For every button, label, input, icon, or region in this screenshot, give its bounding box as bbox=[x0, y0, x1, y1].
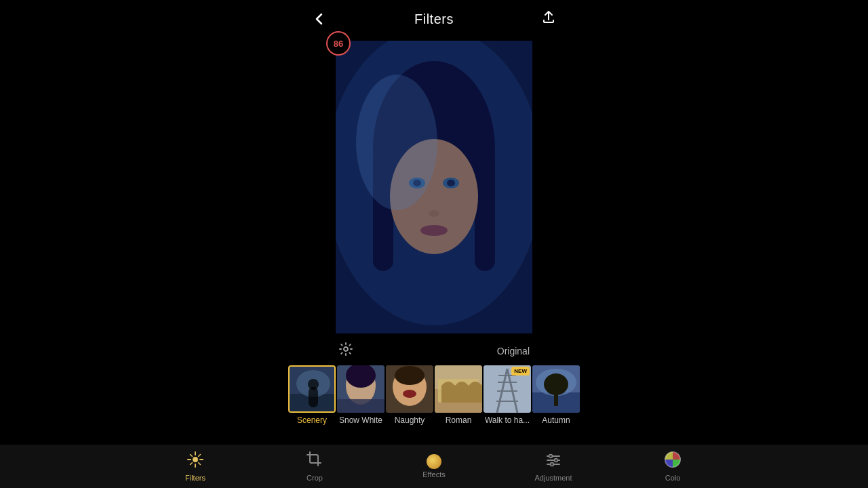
controls-bar: Original bbox=[336, 336, 532, 365]
svg-line-49 bbox=[191, 455, 193, 457]
new-badge: NEW bbox=[511, 367, 530, 375]
filter-item-scenery[interactable]: Scenery bbox=[288, 365, 336, 425]
bottom-nav: Filters Crop Effects bbox=[0, 445, 868, 488]
svg-point-57 bbox=[555, 459, 558, 462]
main-area: 86 bbox=[288, 38, 580, 488]
photo-background bbox=[336, 41, 532, 333]
nav-item-filters[interactable]: Filters bbox=[175, 451, 216, 482]
filter-thumb-roman bbox=[435, 365, 482, 413]
svg-point-27 bbox=[403, 390, 416, 398]
svg-point-26 bbox=[395, 366, 425, 385]
nav-label-effects: Effects bbox=[422, 470, 445, 479]
svg-rect-23 bbox=[337, 399, 384, 413]
svg-point-14 bbox=[344, 347, 348, 351]
svg-rect-18 bbox=[309, 387, 318, 407]
nav-item-adjustment[interactable]: Adjustment bbox=[533, 451, 574, 482]
svg-point-13 bbox=[356, 75, 437, 210]
svg-point-44 bbox=[193, 457, 198, 462]
svg-point-58 bbox=[551, 463, 554, 466]
filter-label-autumn: Autumn bbox=[542, 415, 570, 425]
filter-item-roman[interactable]: Roman bbox=[435, 365, 482, 425]
filter-label-roman: Roman bbox=[446, 415, 472, 425]
svg-rect-12 bbox=[336, 41, 532, 333]
svg-line-50 bbox=[199, 463, 201, 465]
back-button[interactable] bbox=[312, 12, 327, 26]
nav-label-color: Colo bbox=[665, 474, 681, 482]
filter-strength-badge[interactable]: 86 bbox=[326, 31, 351, 56]
svg-point-43 bbox=[544, 373, 568, 395]
svg-point-19 bbox=[308, 379, 319, 390]
photo-preview bbox=[336, 41, 532, 333]
nav-item-color[interactable]: Colo bbox=[652, 451, 693, 482]
effects-icon bbox=[427, 454, 441, 469]
header: Filters bbox=[0, 0, 868, 38]
svg-line-51 bbox=[199, 455, 201, 457]
filter-label-naughty: Naughty bbox=[395, 415, 425, 425]
filter-label-scenery: Scenery bbox=[297, 415, 327, 425]
filter-thumb-naughty bbox=[386, 365, 433, 413]
filter-thumb-autumn bbox=[532, 365, 580, 413]
adjustment-icon bbox=[545, 451, 562, 472]
filter-label-walk: Walk to ha... bbox=[485, 415, 530, 425]
original-label: Original bbox=[497, 346, 530, 357]
svg-line-52 bbox=[191, 463, 193, 465]
share-button[interactable] bbox=[541, 9, 556, 28]
nav-item-crop[interactable]: Crop bbox=[294, 451, 335, 482]
app-root: Filters 86 bbox=[0, 0, 868, 488]
svg-point-56 bbox=[549, 455, 553, 458]
crop-icon bbox=[306, 451, 323, 472]
nav-item-effects[interactable]: Effects bbox=[414, 454, 454, 479]
filter-label-snowwhite: Snow White bbox=[339, 415, 382, 425]
sparkle-icon bbox=[186, 451, 204, 472]
settings-button[interactable] bbox=[338, 342, 353, 360]
filter-thumb-walk: NEW bbox=[484, 365, 531, 413]
filter-item-walk[interactable]: NEW Walk to ha... bbox=[484, 365, 531, 425]
nav-label-filters: Filters bbox=[185, 474, 205, 482]
filter-item-snowwhite[interactable]: Snow White bbox=[337, 365, 384, 425]
filter-thumb-scenery bbox=[288, 365, 336, 413]
nav-label-adjustment: Adjustment bbox=[534, 474, 572, 482]
color-icon bbox=[664, 451, 682, 472]
nav-label-crop: Crop bbox=[307, 474, 323, 482]
photo-wrapper: 86 bbox=[336, 41, 532, 333]
page-title: Filters bbox=[414, 12, 454, 27]
filter-item-autumn[interactable]: Autumn bbox=[532, 365, 580, 425]
filter-strip: Scenery Snow White bbox=[288, 365, 580, 430]
filter-item-naughty[interactable]: Naughty bbox=[386, 365, 433, 425]
filter-thumb-snowwhite bbox=[337, 365, 384, 413]
